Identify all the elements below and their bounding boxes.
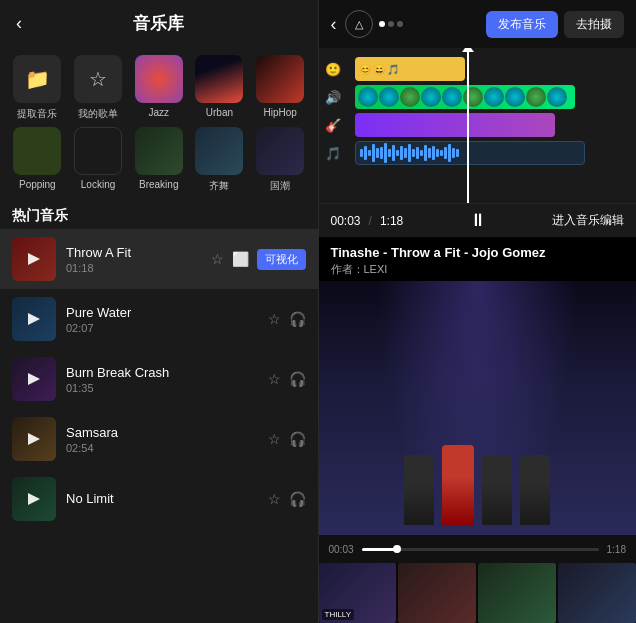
locking-icon-box	[74, 127, 122, 175]
music-info-nolimit: No Limit	[66, 491, 258, 508]
ws-6	[380, 147, 383, 159]
category-popping[interactable]: Popping	[10, 127, 65, 193]
purple-track-bar[interactable]	[355, 113, 555, 137]
green-track-bar[interactable]	[355, 85, 575, 109]
ws-9	[392, 145, 395, 161]
favorite-icon-samsara[interactable]: ☆	[268, 431, 281, 447]
track-sticker-row: 🙂 😊 😄 🎵	[355, 56, 637, 82]
jazz-label: Jazz	[148, 107, 169, 118]
category-locking[interactable]: Locking	[71, 127, 126, 193]
video-progress-bar[interactable]	[362, 548, 599, 551]
circle-5	[442, 87, 462, 107]
music-name-pure: Pure Water	[66, 305, 258, 320]
track-purple-row: 🎸	[355, 112, 637, 138]
video-ts-end: 1:18	[607, 544, 626, 555]
sticker-track-bar[interactable]: 😊 😄 🎵	[355, 57, 465, 81]
right-panel: ‹ △ 发布音乐 去拍摄 🙂 😊 😄 🎵	[319, 0, 637, 623]
music-thumb-samsara	[12, 417, 56, 461]
ws-16	[420, 150, 423, 156]
hot-music-section-title: 热门音乐	[0, 201, 318, 229]
music-list: Throw A Fit 01:18 ☆ ⬜ 可视化 Pure Water 02:…	[0, 229, 318, 623]
left-back-button[interactable]: ‹	[16, 13, 22, 34]
music-duration-pure: 02:07	[66, 322, 258, 334]
ws-19	[432, 146, 435, 160]
music-item-throw[interactable]: Throw A Fit 01:18 ☆ ⬜ 可视化	[0, 229, 318, 289]
headphone-icon-samsara[interactable]: 🎧	[289, 431, 306, 447]
play-icon-burn	[28, 373, 40, 385]
time-separator: /	[369, 214, 372, 228]
dot-1	[379, 21, 385, 27]
thumb-cell-2[interactable]	[398, 563, 476, 623]
circle-8	[505, 87, 525, 107]
video-main-area	[319, 281, 637, 535]
category-qiwu[interactable]: 齐舞	[192, 127, 247, 193]
play-icon-samsara	[28, 433, 40, 445]
headphone-icon-pure[interactable]: 🎧	[289, 311, 306, 327]
right-back-button[interactable]: ‹	[331, 14, 337, 35]
thumb-cell-4[interactable]	[558, 563, 636, 623]
category-jazz[interactable]: Jazz	[131, 55, 186, 121]
warning-icon-button[interactable]: △	[345, 10, 373, 38]
track-music-row: 🎵	[355, 140, 637, 166]
ws-13	[408, 144, 411, 162]
warning-icon: △	[355, 18, 363, 31]
thumb-cell-3[interactable]	[478, 563, 556, 623]
music-name-throw: Throw A Fit	[66, 245, 201, 260]
play-icon-nolimit	[28, 493, 40, 505]
favorite-icon-pure[interactable]: ☆	[268, 311, 281, 327]
play-overlay-burn	[12, 357, 56, 401]
enter-music-edit-button[interactable]: 进入音乐编辑	[552, 212, 624, 229]
play-icon	[28, 253, 40, 265]
favorite-icon-burn[interactable]: ☆	[268, 371, 281, 387]
music-item-nolimit[interactable]: No Limit ☆ 🎧	[0, 469, 318, 529]
category-guochao[interactable]: 国潮	[253, 127, 308, 193]
music-actions-nolimit: ☆ 🎧	[268, 491, 306, 507]
favorite-icon-throw[interactable]: ☆	[211, 251, 224, 267]
timeline-area[interactable]: 🙂 😊 😄 🎵 🔊	[319, 48, 637, 203]
music-item-pure[interactable]: Pure Water 02:07 ☆ 🎧	[0, 289, 318, 349]
play-overlay-pure	[12, 297, 56, 341]
record-icon-throw[interactable]: ⬜	[232, 251, 249, 267]
hiphop-label: HipHop	[263, 107, 296, 118]
music-item-samsara[interactable]: Samsara 02:54 ☆ 🎧	[0, 409, 318, 469]
circle-6	[463, 87, 483, 107]
go-shoot-button[interactable]: 去拍摄	[564, 11, 624, 38]
circle-10	[547, 87, 567, 107]
ws-7	[384, 143, 387, 163]
headphone-icon-burn[interactable]: 🎧	[289, 371, 306, 387]
tracks-container: 🙂 😊 😄 🎵 🔊	[319, 48, 637, 193]
category-star[interactable]: ☆ 我的歌单	[71, 55, 126, 121]
music-info-throw: Throw A Fit 01:18	[66, 245, 201, 274]
music-info-pure: Pure Water 02:07	[66, 305, 258, 334]
category-hiphop[interactable]: HipHop	[253, 55, 308, 121]
left-panel: ‹ 音乐库 📁 提取音乐 ☆ 我的歌单 Jazz	[0, 0, 318, 623]
dot-3	[397, 21, 403, 27]
dancer-3	[482, 455, 512, 525]
thumb-cell-1[interactable]: THILLY	[319, 563, 397, 623]
ws-24	[452, 148, 455, 158]
publish-music-button[interactable]: 发布音乐	[486, 11, 558, 38]
dancer-4	[520, 455, 550, 525]
music-actions-samsara: ☆ 🎧	[268, 431, 306, 447]
music-track-bar[interactable]	[355, 141, 585, 165]
music-name-nolimit: No Limit	[66, 491, 258, 506]
current-time: 00:03	[331, 214, 361, 228]
headphone-icon-nolimit[interactable]: 🎧	[289, 491, 306, 507]
play-pause-button[interactable]: ⏸	[469, 210, 487, 231]
music-track-icon: 🎵	[325, 146, 341, 161]
ws-11	[400, 146, 403, 160]
track-green-row: 🔊	[355, 84, 637, 110]
play-icon-pure	[28, 313, 40, 325]
hiphop-thumb	[256, 55, 304, 103]
category-folder[interactable]: 📁 提取音乐	[10, 55, 65, 121]
jazz-thumb	[135, 55, 183, 103]
visualize-button-throw[interactable]: 可视化	[257, 249, 306, 270]
dots-indicator	[379, 21, 403, 27]
category-breaking[interactable]: Breaking	[131, 127, 186, 193]
wave-bar	[356, 142, 584, 164]
music-item-burn[interactable]: Burn Break Crash 01:35 ☆ 🎧	[0, 349, 318, 409]
category-urban[interactable]: Urban	[192, 55, 247, 121]
favorite-icon-nolimit[interactable]: ☆	[268, 491, 281, 507]
dot-2	[388, 21, 394, 27]
sticker-track-icon: 🙂	[325, 62, 341, 77]
